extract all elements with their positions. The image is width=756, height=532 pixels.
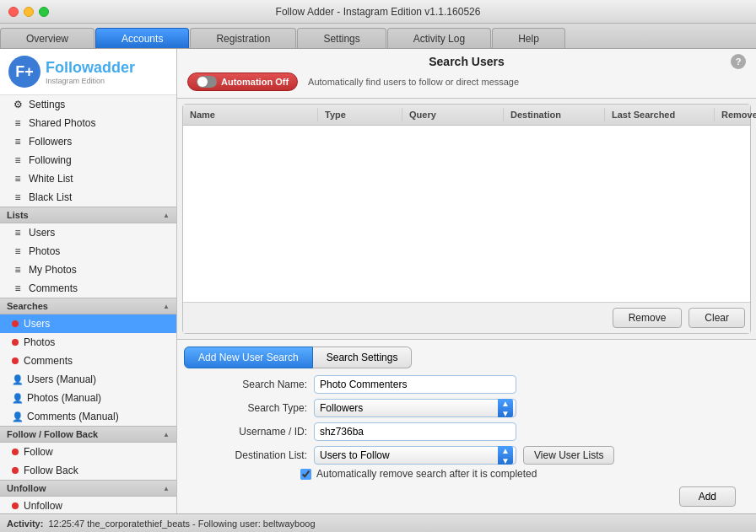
- brand-part2: adder: [94, 59, 135, 76]
- sidebar-item-users-manual[interactable]: 👤 Users (Manual): [0, 370, 176, 389]
- destination-select-wrap: Users to Follow White List Black List ▲ …: [314, 446, 516, 465]
- title-bar: Follow Adder - Instagram Edition v1.1.16…: [0, 0, 756, 24]
- logo-subtitle: Instagram Edition: [46, 77, 135, 85]
- sidebar-item-settings[interactable]: ⚙ Settings: [0, 95, 176, 114]
- red-dot-icon: [12, 339, 19, 346]
- list-icon: ≡: [12, 154, 24, 166]
- search-type-select-wrap: Followers Following Users Tags Location …: [314, 399, 516, 417]
- tab-activity-log[interactable]: Activity Log: [387, 28, 491, 48]
- sidebar-item-label: Users: [24, 318, 50, 330]
- window-title: Follow Adder - Instagram Edition v1.1.16…: [276, 6, 481, 18]
- sidebar-item-label: My Photos: [29, 264, 77, 276]
- list-icon: ≡: [12, 282, 24, 294]
- section-header-follow: Follow / Follow Back ▲: [0, 426, 176, 443]
- view-user-lists-button[interactable]: View User Lists: [523, 446, 614, 465]
- sidebar-item-whitelist[interactable]: ≡ White List: [0, 169, 176, 188]
- sidebar-item-searches-users[interactable]: Users: [0, 314, 176, 333]
- sidebar-item-label: Comments (Manual): [27, 411, 119, 422]
- maximize-button[interactable]: [39, 7, 49, 17]
- toggle-switch-icon: [197, 76, 217, 88]
- sidebar-item-following[interactable]: ≡ Following: [0, 151, 176, 169]
- section-header-unfollow: Unfollow ▲: [0, 480, 176, 497]
- add-button[interactable]: Add: [679, 486, 736, 507]
- tab-overview[interactable]: Overview: [0, 28, 94, 48]
- sidebar-item-followers[interactable]: ≡ Followers: [0, 132, 176, 151]
- logo-icon: F+: [8, 56, 40, 88]
- tab-help[interactable]: Help: [492, 28, 565, 48]
- username-label: Username / ID:: [197, 426, 307, 438]
- bottom-form: Add New User Search Search Settings Sear…: [177, 339, 756, 513]
- tab-search-settings[interactable]: Search Settings: [313, 347, 413, 368]
- form-fields: Search Name: Search Type: Followers Foll…: [184, 375, 749, 465]
- sidebar-item-label: White List: [29, 173, 73, 185]
- tab-settings[interactable]: Settings: [297, 28, 386, 48]
- search-name-label: Search Name:: [197, 379, 307, 390]
- tab-bar: Overview Accounts Registration Settings …: [0, 24, 756, 49]
- auto-remove-row: Automatically remove search after it is …: [184, 465, 749, 483]
- automation-label: Automation Off: [221, 77, 289, 87]
- sidebar-item-label: Followers: [29, 136, 72, 148]
- section-title-searches: Searches: [7, 301, 48, 311]
- sidebar-item-shared-photos[interactable]: ≡ Shared Photos: [0, 114, 176, 132]
- list-icon: ≡: [12, 136, 24, 148]
- close-button[interactable]: [8, 7, 19, 17]
- sidebar-item-label: Users: [29, 227, 55, 239]
- auto-remove-checkbox[interactable]: [300, 469, 311, 480]
- sidebar-item-label: Unfollow: [24, 500, 62, 512]
- sidebar-item-blacklist[interactable]: ≡ Black List: [0, 188, 176, 207]
- tab-accounts[interactable]: Accounts: [95, 28, 189, 48]
- col-destination: Destination: [504, 108, 605, 121]
- sidebar-item-label: Comments: [24, 355, 73, 367]
- username-input[interactable]: [314, 422, 516, 441]
- list-icon: ≡: [12, 117, 24, 129]
- help-button[interactable]: ?: [731, 54, 746, 69]
- sidebar-logo: F+ Followadder Instagram Edition: [0, 49, 176, 95]
- remove-button[interactable]: Remove: [613, 308, 683, 328]
- sidebar-item-my-photos[interactable]: ≡ My Photos: [0, 261, 176, 279]
- minimize-button[interactable]: [24, 7, 34, 17]
- tab-registration[interactable]: Registration: [190, 28, 296, 48]
- sidebar-item-searches-comments[interactable]: Comments: [0, 352, 176, 370]
- automation-description: Automatically find users to follow or di…: [308, 77, 519, 87]
- list-icon: ≡: [12, 227, 24, 239]
- list-icon: ≡: [12, 173, 24, 185]
- sidebar-item-label: Users (Manual): [27, 373, 96, 385]
- sidebar-item-unfollow[interactable]: Unfollow: [0, 497, 176, 513]
- table-buttons: Remove Clear: [183, 302, 750, 333]
- sidebar-item-comments-manual[interactable]: 👤 Comments (Manual): [0, 407, 176, 426]
- automation-toggle[interactable]: Automation Off: [187, 73, 298, 91]
- sidebar-item-label: Photos: [29, 245, 60, 257]
- sidebar: F+ Followadder Instagram Edition ⚙ Setti…: [0, 49, 177, 513]
- destination-select[interactable]: Users to Follow White List Black List: [314, 446, 516, 465]
- sidebar-item-follow-back[interactable]: Follow Back: [0, 461, 176, 480]
- red-dot-icon: [12, 320, 19, 327]
- activity-label: Activity:: [7, 519, 43, 529]
- sidebar-item-label: Photos (Manual): [27, 392, 101, 404]
- chevron-down-icon: ▲: [163, 431, 170, 438]
- logo-text-wrap: Followadder Instagram Edition: [46, 59, 135, 85]
- sidebar-item-users[interactable]: ≡ Users: [0, 223, 176, 242]
- clear-button[interactable]: Clear: [688, 308, 745, 328]
- search-name-input[interactable]: [314, 375, 516, 394]
- person-icon: 👤: [12, 374, 24, 385]
- sidebar-item-photos-manual[interactable]: 👤 Photos (Manual): [0, 389, 176, 407]
- sidebar-item-searches-photos[interactable]: Photos: [0, 333, 176, 352]
- section-title-unfollow: Unfollow: [7, 483, 46, 493]
- red-dot-icon: [12, 467, 19, 474]
- table-header: Name Type Query Destination Last Searche…: [183, 105, 750, 126]
- brand-part1: Follow: [46, 59, 94, 76]
- sidebar-item-comments[interactable]: ≡ Comments: [0, 279, 176, 298]
- table-body: [183, 126, 750, 302]
- activity-text: 12:25:47 the_corporatethief_beats - Foll…: [48, 519, 315, 529]
- automation-row: Automation Off Automatically find users …: [187, 73, 746, 94]
- sidebar-item-label: Settings: [29, 99, 65, 110]
- search-type-select[interactable]: Followers Following Users Tags Location: [314, 399, 516, 417]
- tab-add-new-search[interactable]: Add New User Search: [184, 347, 313, 368]
- sidebar-item-photos[interactable]: ≡ Photos: [0, 242, 176, 261]
- section-header-lists: Lists ▲: [0, 207, 176, 223]
- add-row: Add: [184, 483, 749, 507]
- content-area: Search Users ? Automation Off Automatica…: [177, 49, 756, 513]
- auto-remove-label: Automatically remove search after it is …: [316, 468, 537, 480]
- sidebar-item-follow[interactable]: Follow: [0, 443, 176, 461]
- logo-letter: F+: [15, 63, 34, 81]
